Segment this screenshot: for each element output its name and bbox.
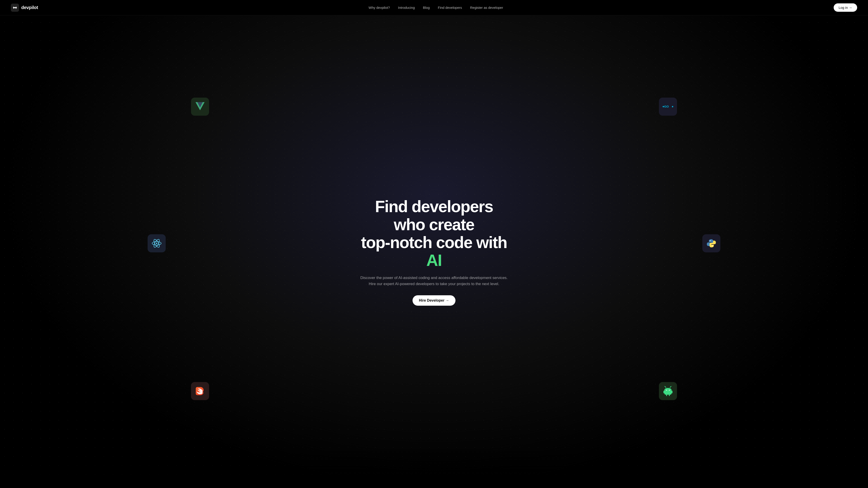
python-icon	[706, 238, 717, 249]
swift-icon-card	[191, 382, 209, 400]
nav-item-register[interactable]: Register as developer	[470, 6, 503, 9]
nav-item-why[interactable]: Why devpilot?	[369, 6, 390, 9]
svg-point-14	[669, 390, 670, 391]
svg-line-16	[670, 386, 671, 387]
hero-title-line2: top-notch code with	[361, 233, 507, 252]
hero-subtitle-line2: Hire our expert AI-powered developers to…	[369, 282, 499, 286]
login-button[interactable]: Log in →	[834, 3, 857, 12]
svg-point-13	[666, 390, 667, 391]
react-icon-card	[148, 234, 166, 252]
hero-section: GO	[0, 0, 868, 488]
logo-text: devpilot	[21, 5, 38, 10]
hero-title-line1: Find developers who create	[375, 197, 493, 233]
svg-rect-19	[666, 394, 667, 396]
vue-icon	[195, 101, 206, 112]
svg-point-11	[710, 240, 711, 241]
navbar: devpilot Why devpilot? Introducing Blog …	[0, 0, 868, 15]
hero-content: Find developers who create top-notch cod…	[355, 198, 513, 305]
hero-subtitle: Discover the power of AI-assisted coding…	[360, 275, 508, 287]
svg-point-4	[672, 106, 673, 107]
svg-point-12	[712, 246, 713, 246]
hero-subtitle-line1: Discover the power of AI-assisted coding…	[360, 275, 508, 280]
android-icon	[662, 386, 673, 396]
hero-title: Find developers who create top-notch cod…	[360, 198, 508, 269]
nav-item-find[interactable]: Find developers	[438, 6, 462, 9]
swift-icon	[195, 386, 206, 396]
vue-icon-card	[191, 98, 209, 116]
go-icon: GO	[662, 101, 673, 112]
logo-icon	[11, 4, 19, 12]
svg-rect-18	[672, 391, 673, 393]
android-icon-card	[659, 382, 677, 400]
hero-title-ai: AI	[426, 251, 442, 269]
react-icon	[151, 238, 162, 249]
nav-item-blog[interactable]: Blog	[423, 6, 430, 9]
nav-item-introducing[interactable]: Introducing	[398, 6, 415, 9]
svg-rect-20	[669, 394, 670, 396]
hire-developer-button[interactable]: Hire Developer →	[412, 295, 455, 306]
nav-links: Why devpilot? Introducing Blog Find deve…	[369, 6, 503, 10]
svg-rect-17	[663, 391, 664, 393]
svg-line-15	[665, 386, 666, 387]
svg-point-10	[156, 242, 157, 244]
svg-text:GO: GO	[664, 105, 669, 108]
go-icon-card: GO	[659, 98, 677, 116]
python-icon-card	[702, 234, 720, 252]
logo[interactable]: devpilot	[11, 4, 38, 12]
